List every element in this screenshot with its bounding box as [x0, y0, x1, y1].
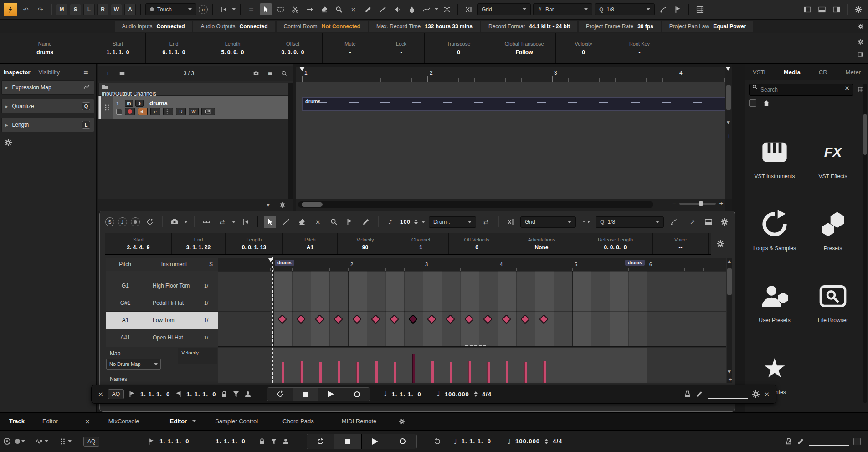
playhead-position-display[interactable]: 1. 1. 1. 0: [392, 391, 421, 398]
record-mode-select[interactable]: [15, 438, 25, 444]
track-zone-settings-icon[interactable]: [277, 200, 287, 210]
velocity-bar[interactable]: [412, 354, 415, 383]
status-record-format[interactable]: Record Format44.1 kHz - 24 bit: [481, 21, 577, 32]
drum-note-grid[interactable]: [218, 271, 726, 347]
auto-quantize-button[interactable]: AQ: [83, 437, 99, 447]
zoom-slider-thumb[interactable]: [699, 201, 703, 206]
velocity-bar[interactable]: [468, 361, 471, 383]
add-track-button[interactable]: +: [103, 69, 113, 78]
info-line-options-icon[interactable]: [856, 50, 865, 59]
global-solo-button[interactable]: S: [70, 4, 81, 15]
playhead-position-display[interactable]: 1. 1. 1. 0: [462, 438, 491, 445]
velocity-bar[interactable]: [300, 361, 303, 383]
automation-mode-select[interactable]: Touch: [145, 3, 196, 15]
stop-button[interactable]: [293, 388, 318, 401]
track-list-options-icon[interactable]: ≡: [265, 69, 275, 78]
scroll-down-arrow[interactable]: ▼: [728, 370, 731, 374]
drum-row-g1[interactable]: G1 High Floor Tom 1/: [106, 277, 218, 294]
object-selection-tool[interactable]: [260, 3, 272, 15]
inspector-menu-icon[interactable]: ≡: [80, 66, 92, 78]
zoom-slider[interactable]: [679, 203, 716, 205]
time-signature-display[interactable]: 4/4: [482, 391, 492, 398]
curve-kind-button[interactable]: [420, 3, 432, 15]
tab-sampler-control[interactable]: Sampler Control: [215, 418, 258, 425]
length-link-icon[interactable]: ⇄: [480, 216, 492, 228]
track-enable-checkbox[interactable]: [116, 109, 122, 115]
tab-inspector[interactable]: Inspector: [4, 69, 31, 76]
tab-track[interactable]: Track: [9, 418, 25, 425]
close-lower-zone-icon[interactable]: ×: [85, 418, 90, 425]
velocity-stepper[interactable]: [414, 217, 418, 226]
editor-line-tool[interactable]: [360, 216, 372, 228]
editor-zoom-tool[interactable]: [328, 216, 340, 228]
cycle-button[interactable]: [267, 388, 293, 401]
filter-icon[interactable]: [270, 438, 277, 445]
info-field-mute[interactable]: Mute-: [323, 33, 378, 63]
tab-midi-remote[interactable]: MIDI Remote: [342, 418, 377, 425]
status-control-room[interactable]: Control RoomNot Connected: [277, 21, 368, 32]
edit-channel-button[interactable]: e: [150, 108, 160, 115]
tile-vst-instruments[interactable]: VST Instruments: [747, 132, 802, 200]
editor-tab-chevron[interactable]: [192, 420, 196, 424]
transport-setup-gear-icon[interactable]: [752, 390, 760, 398]
column-pitch[interactable]: Pitch: [106, 258, 144, 271]
info-field-global-transpose[interactable]: Global TransposeFollow: [493, 33, 556, 63]
punch-in-icon[interactable]: [128, 390, 136, 398]
status-bar-setup-icon[interactable]: [856, 22, 865, 31]
event-colors-button[interactable]: [168, 216, 180, 228]
instrument-button[interactable]: [163, 108, 173, 115]
controller-lane-selector[interactable]: Velocity: [178, 348, 217, 364]
pencil-icon[interactable]: [797, 438, 804, 445]
tempo-display[interactable]: 100.000: [445, 391, 469, 398]
home-icon[interactable]: [763, 99, 770, 107]
curve-kind-chevron[interactable]: [435, 8, 438, 12]
user-icon[interactable]: [282, 438, 289, 445]
quantize-panel-icon[interactable]: [672, 3, 684, 15]
tab-vsti[interactable]: VSTi: [753, 69, 765, 76]
info-field-transpose[interactable]: Transpose0: [425, 33, 493, 63]
punch-out-time[interactable]: 1. 1. 1. 0: [186, 391, 216, 398]
quantize-select[interactable]: Q 1/8: [595, 3, 655, 15]
find-track-icon[interactable]: [279, 69, 289, 78]
insert-velocity-value[interactable]: 100: [400, 219, 411, 225]
status-pan-law[interactable]: Project Pan LawEqual Power: [662, 21, 753, 32]
drum-map-select[interactable]: No Drum Map: [106, 359, 161, 370]
global-mute-button[interactable]: M: [56, 4, 67, 15]
folder-button[interactable]: [117, 69, 127, 78]
stop-button[interactable]: [334, 434, 362, 449]
tile-user-presets[interactable]: User Presets: [747, 276, 802, 344]
tab-media[interactable]: Media: [784, 69, 801, 76]
solo-editor-button[interactable]: S: [105, 217, 114, 226]
tab-editor-left-zone[interactable]: Editor: [42, 418, 58, 425]
split-tool[interactable]: [289, 3, 301, 15]
velocity-bar[interactable]: [431, 361, 434, 383]
transport-end-button[interactable]: [853, 438, 861, 445]
close-transport-icon[interactable]: ×: [764, 390, 770, 398]
tile-presets[interactable]: Presets: [806, 204, 860, 272]
editor-info-setup-icon[interactable]: [714, 237, 726, 250]
tab-meter[interactable]: Meter: [846, 69, 861, 76]
info-line-setup-icon[interactable]: [856, 37, 865, 46]
inspector-section-quantize[interactable]: ▸ Quantize Q: [1, 99, 94, 113]
zoom-in-button[interactable]: +: [719, 200, 724, 207]
play-button[interactable]: [362, 434, 389, 449]
editor-autoscroll-button[interactable]: [239, 216, 252, 228]
velocity-bar[interactable]: [543, 361, 546, 383]
record-in-editor-button[interactable]: [131, 217, 140, 226]
mute-tool[interactable]: ×: [347, 3, 360, 15]
play-button[interactable]: [318, 388, 344, 401]
play-tool[interactable]: [391, 3, 403, 15]
track-name[interactable]: drums: [149, 100, 168, 107]
suspend-automation-button[interactable]: A: [124, 4, 136, 15]
status-audio-inputs[interactable]: Audio InputsConnected: [115, 21, 192, 32]
editor-drumstick-tool[interactable]: [280, 216, 292, 228]
note-end-field[interactable]: End3. 1. 1. 22: [172, 233, 226, 254]
punch-in-time[interactable]: 1. 1. 1. 0: [159, 438, 189, 445]
line-tool[interactable]: [376, 3, 389, 15]
zone-tabs-settings-icon[interactable]: [397, 416, 406, 426]
column-snap[interactable]: S: [204, 258, 218, 271]
scrollbar-thumb[interactable]: [302, 202, 323, 207]
event-display[interactable]: drums: [296, 82, 725, 199]
velocity-bar[interactable]: [450, 362, 452, 383]
punch-out-icon[interactable]: [175, 390, 182, 398]
